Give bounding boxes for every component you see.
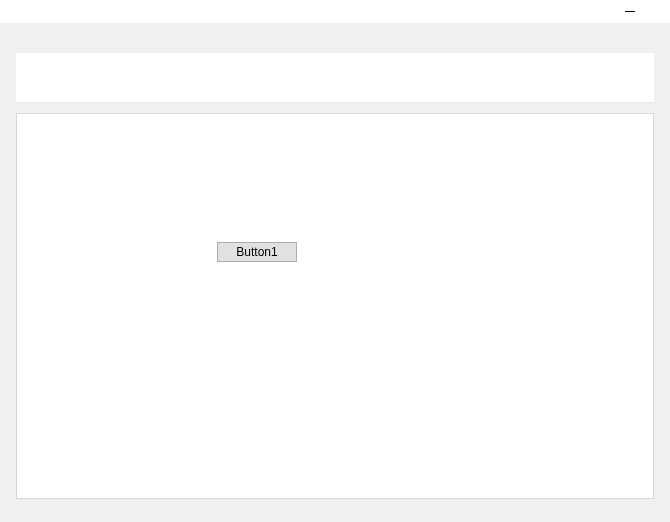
button1[interactable]: Button1 [217, 242, 297, 262]
content-area: Button1 [0, 23, 670, 522]
titlebar [0, 0, 670, 23]
main-panel: Button1 [16, 113, 654, 499]
spacer [16, 103, 654, 113]
minimize-icon[interactable] [620, 4, 640, 18]
header-panel [16, 53, 654, 103]
